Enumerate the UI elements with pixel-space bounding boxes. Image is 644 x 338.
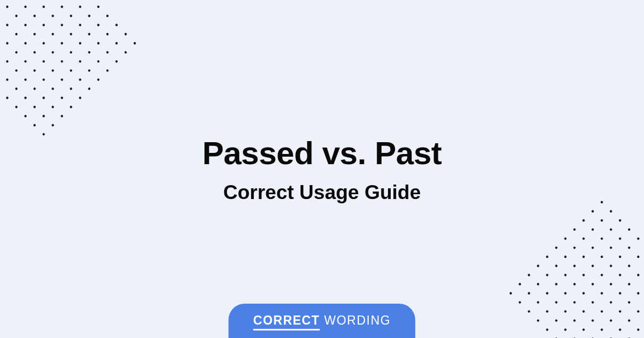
svg-point-123 <box>618 219 621 222</box>
svg-point-31 <box>106 50 109 54</box>
svg-point-29 <box>87 33 91 36</box>
svg-point-76 <box>78 96 82 99</box>
svg-point-165 <box>564 237 567 240</box>
svg-point-169 <box>600 274 603 277</box>
svg-point-40 <box>78 41 82 45</box>
svg-point-80 <box>5 41 9 45</box>
svg-point-60 <box>42 41 45 45</box>
svg-point-233 <box>528 310 531 313</box>
svg-point-59 <box>33 33 36 36</box>
svg-point-154 <box>573 228 576 231</box>
svg-point-96 <box>42 96 45 99</box>
svg-point-109 <box>51 123 54 127</box>
svg-point-210 <box>537 283 540 286</box>
svg-point-168 <box>591 264 594 268</box>
brand-badge: CORRECT WORDING <box>229 304 415 338</box>
svg-point-52 <box>78 60 82 63</box>
svg-point-198 <box>537 264 540 268</box>
svg-point-58 <box>24 24 27 27</box>
svg-point-221 <box>528 291 531 295</box>
svg-point-41 <box>87 50 91 54</box>
svg-point-84 <box>42 78 45 81</box>
svg-point-147 <box>618 255 621 259</box>
svg-point-157 <box>600 255 603 259</box>
svg-point-56 <box>5 5 9 9</box>
svg-point-53 <box>87 69 91 72</box>
svg-point-28 <box>78 24 82 27</box>
svg-point-193 <box>600 310 603 313</box>
svg-point-225 <box>564 328 567 331</box>
svg-point-170 <box>609 283 612 286</box>
svg-point-50 <box>60 41 63 45</box>
svg-point-191 <box>582 291 585 295</box>
svg-point-117 <box>14 105 18 108</box>
svg-point-199 <box>545 274 548 277</box>
svg-point-65 <box>87 87 91 90</box>
svg-point-118 <box>24 114 27 117</box>
svg-point-212 <box>554 300 558 304</box>
svg-point-192 <box>591 300 594 304</box>
svg-point-7 <box>106 14 109 18</box>
svg-point-81 <box>14 50 18 54</box>
svg-point-8 <box>115 24 118 27</box>
svg-point-143 <box>582 219 585 222</box>
svg-point-87 <box>69 105 72 108</box>
svg-point-17 <box>87 14 91 18</box>
svg-point-83 <box>33 69 36 72</box>
svg-point-205 <box>600 328 603 331</box>
svg-point-106 <box>24 96 27 99</box>
svg-point-124 <box>627 228 631 231</box>
main-content: Passed vs. Past Correct Usage Guide <box>0 135 644 204</box>
svg-point-37 <box>51 14 54 18</box>
svg-point-176 <box>554 246 558 249</box>
svg-point-171 <box>618 291 621 295</box>
svg-point-161 <box>636 291 640 295</box>
svg-point-166 <box>573 246 576 249</box>
svg-point-51 <box>69 50 72 54</box>
svg-point-201 <box>564 291 567 295</box>
svg-point-181 <box>600 291 603 295</box>
svg-point-64 <box>78 78 82 81</box>
svg-point-26 <box>60 5 63 9</box>
svg-point-203 <box>582 310 585 313</box>
svg-point-215 <box>582 328 585 331</box>
svg-point-46 <box>24 5 27 9</box>
svg-point-177 <box>564 255 567 259</box>
svg-point-187 <box>545 255 548 259</box>
svg-point-92 <box>5 60 9 63</box>
svg-point-195 <box>618 328 621 331</box>
svg-point-222 <box>537 300 540 304</box>
page-subtitle: Correct Usage Guide <box>0 181 644 204</box>
svg-point-232 <box>518 300 522 304</box>
svg-point-211 <box>545 291 548 295</box>
svg-point-20 <box>115 41 118 45</box>
svg-point-134 <box>609 228 612 231</box>
svg-point-132 <box>591 210 594 213</box>
svg-point-36 <box>42 5 45 9</box>
svg-point-47 <box>33 14 36 18</box>
svg-point-119 <box>33 123 36 127</box>
svg-point-122 <box>609 210 612 213</box>
page-title: Passed vs. Past <box>0 135 644 172</box>
svg-point-69 <box>14 33 18 36</box>
svg-point-107 <box>33 105 36 108</box>
svg-point-38 <box>60 24 63 27</box>
svg-point-144 <box>591 228 594 231</box>
svg-point-200 <box>554 283 558 286</box>
svg-point-18 <box>97 24 100 27</box>
svg-point-213 <box>564 310 567 313</box>
svg-point-43 <box>106 69 109 72</box>
svg-point-75 <box>69 87 72 90</box>
svg-point-10 <box>133 41 136 45</box>
svg-point-158 <box>609 264 612 268</box>
svg-point-173 <box>636 310 640 313</box>
svg-point-178 <box>573 264 576 268</box>
svg-point-223 <box>545 310 548 313</box>
svg-point-49 <box>51 33 54 36</box>
svg-point-74 <box>60 78 63 81</box>
svg-point-6 <box>97 5 100 9</box>
svg-point-180 <box>591 283 594 286</box>
svg-point-235 <box>545 328 548 331</box>
svg-point-27 <box>69 14 72 18</box>
svg-point-156 <box>591 246 594 249</box>
